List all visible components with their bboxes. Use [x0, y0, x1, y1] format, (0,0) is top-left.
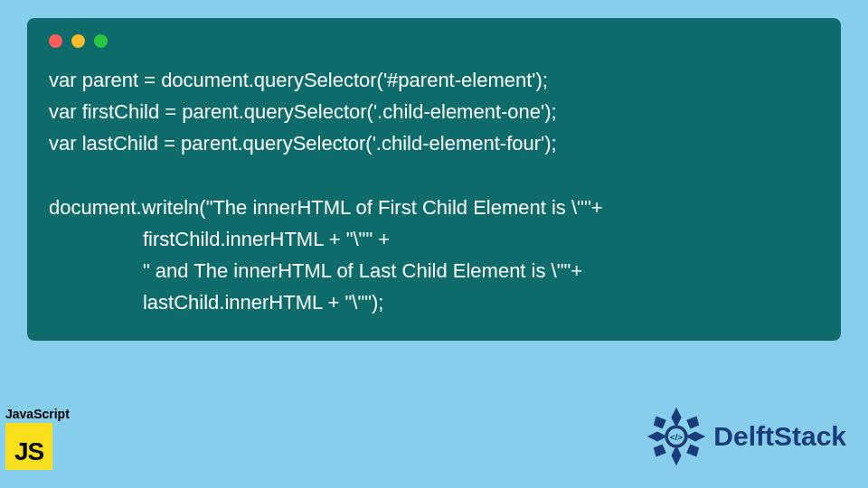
svg-marker-4 [654, 417, 666, 429]
javascript-label: JavaScript [5, 407, 70, 421]
svg-marker-1 [672, 446, 682, 465]
svg-marker-6 [654, 444, 666, 456]
javascript-badge: JavaScript JS [5, 407, 70, 470]
svg-marker-2 [647, 431, 667, 441]
svg-marker-0 [672, 408, 682, 427]
svg-text:</>: </> [670, 432, 683, 442]
svg-marker-5 [686, 417, 699, 429]
brand-name: DelftStack [713, 421, 846, 452]
code-line: firstChild.innerHTML + "\"" + [49, 228, 390, 250]
brand-logo-icon: </> [645, 405, 708, 468]
svg-marker-7 [686, 444, 699, 456]
code-line: document.writeln("The innerHTML of First… [49, 196, 603, 219]
code-block: var parent = document.querySelector('#pa… [49, 64, 819, 319]
code-line: lastChild.innerHTML + "\""); [49, 291, 383, 314]
maximize-icon [94, 34, 108, 48]
code-line: " and The innerHTML of Last Child Elemen… [49, 259, 582, 282]
javascript-icon-text: JS [14, 437, 43, 466]
code-window: var parent = document.querySelector('#pa… [27, 18, 841, 341]
brand-badge: </> DelftStack [645, 405, 846, 468]
code-line: var parent = document.querySelector('#pa… [49, 69, 548, 91]
javascript-icon: JS [5, 423, 52, 470]
minimize-icon [71, 34, 85, 48]
svg-marker-3 [685, 431, 705, 441]
code-line: var firstChild = parent.querySelector('.… [49, 100, 557, 123]
close-icon [49, 34, 62, 48]
code-line: var lastChild = parent.querySelector('.c… [49, 132, 557, 155]
window-controls [49, 34, 819, 48]
